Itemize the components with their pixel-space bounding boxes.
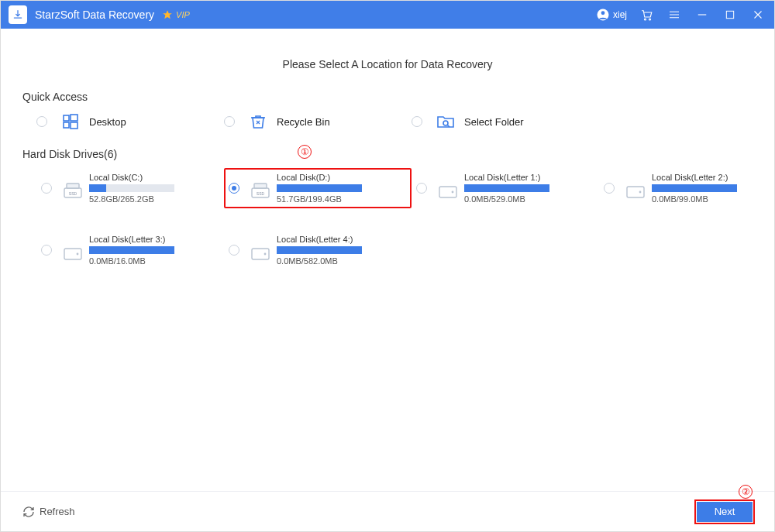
quick-access-header: Quick Access — [22, 91, 753, 103]
quick-label: Desktop — [89, 116, 126, 128]
footer: Refresh ② Next — [1, 491, 774, 531]
drives-grid: SSD Local Disk(C:) 52.8GB/265.2GB SSD Lo… — [36, 168, 753, 270]
svg-point-19 — [639, 191, 642, 194]
radio-drive[interactable] — [41, 245, 52, 256]
minimize-icon[interactable] — [694, 6, 711, 23]
drive-letter3[interactable]: Local Disk(Letter 3:) 0.0MB/16.0MB — [36, 230, 224, 270]
usage-bar — [89, 184, 174, 192]
quick-item-folder[interactable]: Select Folder — [412, 111, 599, 132]
drive-d[interactable]: SSD Local Disk(D:) 51.7GB/199.4GB — [224, 168, 412, 208]
hdd-icon — [438, 182, 458, 199]
ssd-icon: SSD — [63, 182, 83, 199]
svg-text:SSD: SSD — [69, 191, 78, 196]
radio-recycle[interactable] — [224, 116, 235, 127]
svg-text:SSD: SSD — [257, 191, 265, 196]
svg-rect-5 — [64, 115, 69, 121]
vip-label: VIP — [176, 10, 190, 19]
cart-icon[interactable] — [638, 6, 655, 23]
usage-bar — [89, 246, 174, 254]
svg-rect-14 — [254, 184, 267, 188]
folder-search-icon — [435, 111, 456, 132]
hdd-icon — [250, 244, 270, 261]
drive-name: Local Disk(Letter 4:) — [277, 235, 370, 244]
quick-access-row: Desktop Recycle Bin Select Folder — [22, 111, 753, 132]
app-title: StarzSoft Data Recovery — [35, 9, 154, 21]
svg-rect-18 — [627, 187, 644, 197]
user-account[interactable]: xiej — [596, 8, 627, 22]
svg-rect-6 — [71, 115, 78, 121]
drive-name: Local Disk(C:) — [89, 173, 182, 182]
svg-rect-4 — [726, 11, 733, 18]
drive-usage: 52.8GB/265.2GB — [89, 194, 182, 204]
recycle-bin-icon — [247, 111, 269, 132]
svg-point-2 — [644, 19, 646, 20]
app-icon — [9, 5, 27, 24]
quick-item-desktop[interactable]: Desktop — [36, 111, 224, 132]
radio-drive[interactable] — [604, 183, 615, 194]
radio-drive[interactable] — [229, 245, 239, 256]
drive-name: Local Disk(Letter 2:) — [652, 173, 745, 182]
drive-letter4[interactable]: Local Disk(Letter 4:) 0.0MB/582.0MB — [224, 230, 412, 270]
usage-bar — [464, 184, 549, 192]
username: xiej — [613, 9, 627, 20]
drive-c[interactable]: SSD Local Disk(C:) 52.8GB/265.2GB — [36, 168, 224, 208]
drive-letter1[interactable]: Local Disk(Letter 1:) 0.0MB/529.0MB — [412, 168, 599, 208]
drive-name: Local Disk(Letter 3:) — [89, 235, 182, 244]
quick-label: Recycle Bin — [277, 116, 330, 128]
svg-point-23 — [264, 253, 267, 256]
ssd-icon: SSD — [250, 182, 270, 199]
next-button[interactable]: Next — [697, 502, 753, 522]
radio-drive[interactable] — [41, 183, 52, 194]
svg-rect-22 — [252, 249, 269, 259]
drive-usage: 51.7GB/199.4GB — [277, 194, 370, 204]
hard-drives-header: Hard Disk Drives(6) — [22, 148, 753, 160]
svg-rect-20 — [64, 249, 81, 259]
svg-point-17 — [452, 191, 454, 194]
close-icon[interactable] — [749, 6, 766, 23]
usage-bar — [652, 184, 737, 192]
usage-bar — [277, 184, 362, 192]
radio-drive[interactable] — [229, 183, 239, 194]
radio-drive[interactable] — [416, 183, 427, 194]
usage-bar — [277, 246, 362, 254]
svg-point-21 — [77, 253, 79, 256]
svg-rect-8 — [71, 122, 78, 129]
svg-rect-16 — [439, 187, 456, 197]
vip-badge: VIP — [162, 9, 190, 20]
svg-rect-11 — [67, 184, 79, 188]
hdd-icon — [625, 182, 646, 199]
quick-label: Select Folder — [464, 116, 524, 128]
svg-rect-7 — [64, 122, 69, 128]
titlebar: StarzSoft Data Recovery VIP xiej — [1, 1, 774, 29]
radio-desktop[interactable] — [36, 116, 47, 127]
radio-folder[interactable] — [412, 116, 422, 127]
menu-icon[interactable] — [666, 6, 683, 23]
drive-name: Local Disk(D:) — [277, 173, 370, 182]
main-content: Please Select A Location for Data Recove… — [1, 29, 774, 493]
drive-usage: 0.0MB/529.0MB — [464, 194, 557, 204]
refresh-button[interactable]: Refresh — [22, 506, 75, 518]
quick-item-recycle[interactable]: Recycle Bin — [224, 111, 412, 132]
drive-letter2[interactable]: Local Disk(Letter 2:) 0.0MB/99.0MB — [599, 168, 775, 208]
drive-usage: 0.0MB/16.0MB — [89, 256, 182, 266]
annotation-2: ② — [739, 485, 753, 499]
drive-name: Local Disk(Letter 1:) — [464, 173, 557, 182]
svg-point-3 — [649, 19, 650, 20]
drive-usage: 0.0MB/99.0MB — [652, 194, 745, 204]
refresh-label: Refresh — [40, 506, 75, 517]
page-title: Please Select A Location for Data Recove… — [22, 58, 753, 70]
windows-icon — [60, 111, 81, 132]
maximize-icon[interactable] — [722, 6, 739, 23]
svg-point-1 — [601, 11, 605, 15]
annotation-1: ① — [298, 145, 312, 159]
hdd-icon — [63, 244, 83, 261]
drive-usage: 0.0MB/582.0MB — [277, 256, 370, 266]
svg-point-9 — [443, 121, 448, 125]
